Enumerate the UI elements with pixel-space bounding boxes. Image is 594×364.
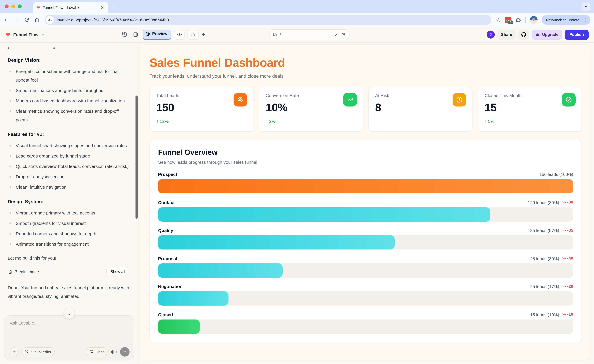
visual-edits-button[interactable]: Visual edits <box>21 347 55 356</box>
scroll-down-button[interactable] <box>63 308 75 319</box>
dropoff-badge: -30 <box>562 200 573 204</box>
open-external-icon[interactable] <box>334 32 338 37</box>
preview-button[interactable]: Preview <box>143 30 171 40</box>
close-tab-icon[interactable]: ✕ <box>100 5 105 10</box>
funnel-bar-track <box>158 291 573 306</box>
list-item: Animated transitions for engagement <box>8 240 129 248</box>
funnel-bar-track <box>158 207 573 221</box>
upgrade-button[interactable]: Upgrade <box>532 30 562 40</box>
funnel-bar-fill <box>158 291 229 306</box>
list-item: Vibrant orange primary with teal accents <box>8 208 129 217</box>
list-item: Drop-off analysis section <box>8 172 129 181</box>
back-icon[interactable] <box>4 17 9 23</box>
add-tab-icon[interactable]: + <box>202 31 205 38</box>
show-all-button[interactable]: Show all <box>106 267 129 276</box>
list-item: Smooth animations and gradients througho… <box>8 86 129 95</box>
window-controls <box>5 4 22 8</box>
funnel-title: Funnel Overview <box>158 148 573 157</box>
chat-mode-button[interactable]: Chat <box>85 347 108 356</box>
extensions-puzzle-icon[interactable] <box>516 17 521 23</box>
dropoff-badge: -20 <box>562 284 573 288</box>
section-heading: Design Vision: <box>8 58 129 63</box>
visual-edits-cursor-icon <box>25 350 29 354</box>
chat-input[interactable] <box>10 320 129 347</box>
funnel-overview-card: Funnel Overview See how leads progress t… <box>149 140 582 343</box>
page-subtitle: Track your leads, understand your funnel… <box>149 74 582 79</box>
code-view-button[interactable]: </> <box>174 30 184 40</box>
funnel-bar-fill <box>158 207 490 221</box>
list-item: Rounded corners and shadows for depth <box>8 229 129 238</box>
send-button[interactable] <box>120 347 129 357</box>
funnel-bar-track <box>158 179 573 193</box>
edits-summary: 7 edits made <box>15 269 39 274</box>
relaunch-button[interactable]: Relaunch to update ⋮ <box>542 15 590 25</box>
url-text: lovable.dev/projects/c623f996-8f47-4e64-… <box>57 18 171 22</box>
browser-menu-icon[interactable]: ⋮ <box>582 17 589 23</box>
funnel-stage-contact: Contact 120 leads (80%) -30 <box>158 200 573 221</box>
history-icon[interactable] <box>121 31 129 39</box>
extension-count-badge: 2 <box>508 20 513 25</box>
section-heading: Design System: <box>8 199 129 204</box>
funnel-stage-closed: Closed 15 leads (10%) -10 <box>158 312 573 334</box>
alert-icon <box>452 93 466 106</box>
list-item: Clear metrics showing conversion rates a… <box>8 107 129 124</box>
lovable-favicon-icon: ❤ <box>36 5 40 10</box>
dropoff-badge: -40 <box>562 256 573 260</box>
toolbar-actions: J Share Upgrade Publish <box>487 30 589 40</box>
close-window-button[interactable] <box>5 4 9 8</box>
extension-badge-icon[interactable]: ••• 2 <box>505 17 511 23</box>
funnel-stages: Prospect 150 leads (100%) Contact 120 le… <box>158 172 573 334</box>
funnel-bar-track <box>158 235 573 249</box>
view-controls: Preview </> + <box>121 30 205 40</box>
voice-waveform-icon[interactable] <box>111 350 116 354</box>
bookmark-star-icon[interactable]: ☆ <box>496 17 501 23</box>
clipped-text-fragment <box>8 47 129 50</box>
home-icon[interactable] <box>34 17 40 23</box>
chat-input-box[interactable]: + Visual edits Chat <box>4 315 134 360</box>
site-settings-icon[interactable] <box>46 16 54 24</box>
address-bar[interactable]: lovable.dev/projects/c623f996-8f47-4e64-… <box>45 15 491 25</box>
sidebar-scrollbar[interactable] <box>135 96 138 219</box>
github-button[interactable] <box>518 30 529 40</box>
panel-toggle-icon[interactable] <box>132 31 140 39</box>
chat-sidebar: Design Vision: Energetic color scheme wi… <box>0 43 138 364</box>
project-name: Funnel Flow <box>13 32 38 37</box>
list-item: Energetic color scheme with orange and t… <box>8 67 129 84</box>
funnel-bar-fill <box>158 179 573 193</box>
user-avatar[interactable]: J <box>487 31 495 39</box>
page-title: Sales Funnel Dashboard <box>149 56 582 69</box>
attach-plus-button[interactable]: + <box>10 347 19 356</box>
share-button[interactable]: Share <box>497 30 516 40</box>
reload-icon[interactable] <box>24 17 30 23</box>
funnel-stage-qualify: Qualify 85 leads (57%) -35 <box>158 228 573 249</box>
path-value: / <box>280 32 331 37</box>
features-list: Visual funnel chart showing stages and c… <box>8 141 129 191</box>
assistant-done-message: Done! Your fun and upbeat sales funnel p… <box>8 283 129 300</box>
preview-path-bar[interactable]: / <box>269 29 349 40</box>
app-toolbar: ❤ Funnel Flow Preview </> <box>0 27 594 43</box>
new-tab-button[interactable]: + <box>112 4 115 10</box>
trending-up-icon <box>343 93 357 106</box>
list-item: Lead cards organized by funnel stage <box>8 152 129 160</box>
cloud-button[interactable] <box>187 30 198 40</box>
browser-tab[interactable]: ❤ Funnel Flow - Lovable ✕ <box>33 2 108 13</box>
zoom-window-button[interactable] <box>18 4 22 8</box>
minimize-window-button[interactable] <box>11 4 15 8</box>
browser-profile-avatar[interactable] <box>530 16 538 24</box>
list-item: Smooth gradients for visual interest <box>8 219 129 228</box>
dropoff-badge: -35 <box>562 228 573 232</box>
forward-icon[interactable] <box>14 17 20 23</box>
divider <box>525 17 526 23</box>
check-circle-icon <box>562 93 576 106</box>
project-switcher[interactable]: ❤ Funnel Flow <box>5 31 45 38</box>
refresh-icon[interactable] <box>341 32 345 37</box>
device-icon <box>273 32 277 37</box>
funnel-bar-track <box>158 319 573 334</box>
stat-card-total-leads: Total Leads 150 ↑ 12% <box>149 87 254 132</box>
funnel-stage-proposal: Proposal 45 leads (30%) -40 <box>158 256 573 278</box>
browser-toolbar: lovable.dev/projects/c623f996-8f47-4e64-… <box>0 13 594 27</box>
publish-button[interactable]: Publish <box>565 30 589 40</box>
tab-search-chevron-icon[interactable] <box>581 2 590 11</box>
funnel-bar-fill <box>158 235 395 249</box>
funnel-bar-fill <box>158 319 200 334</box>
